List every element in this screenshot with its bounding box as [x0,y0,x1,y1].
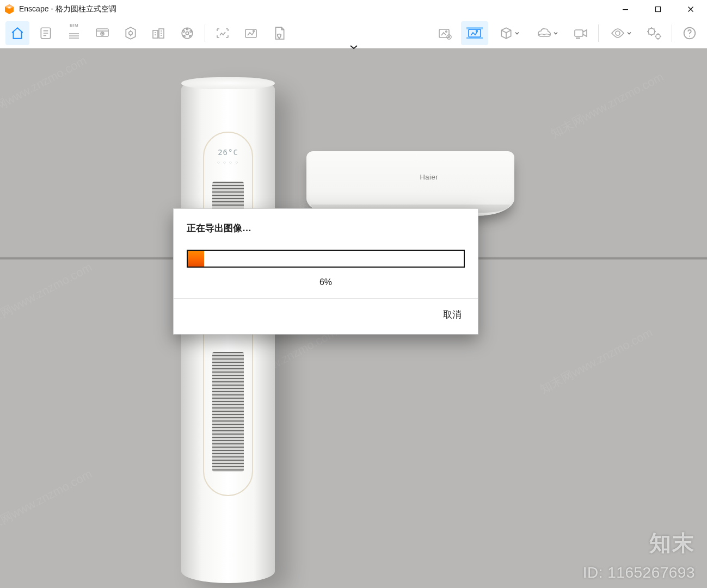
minimize-button[interactable] [609,0,642,18]
help-button[interactable] [678,21,702,45]
wall-ac-brand: Haier [420,173,438,181]
export-alpha-button[interactable] [267,21,291,45]
svg-rect-23 [469,29,481,37]
panel-button[interactable] [34,21,58,45]
svg-point-13 [189,35,191,36]
svg-point-6 [129,31,133,35]
cloud-dropdown[interactable] [531,21,564,45]
settings-button[interactable] [642,21,666,45]
export-dialog: 正在导出图像… 6% 取消 [173,208,478,335]
svg-point-28 [656,34,660,39]
cancel-button[interactable]: 取消 [440,306,465,323]
watermark-id: ID: 1165267693 [583,564,695,581]
watermark-logo: 知末 [649,528,695,558]
tower-mode-indicator: ○ ○ ○ ○ [211,160,245,165]
bim-button[interactable]: BIM [62,21,86,45]
toolbar-expand-chevron[interactable] [349,44,359,52]
svg-rect-7 [153,30,158,38]
site-context-button[interactable] [147,21,171,45]
visual-settings-dropdown[interactable] [604,21,638,45]
upload-button[interactable] [433,21,457,45]
svg-point-11 [186,28,188,29]
progress-fill [188,251,204,267]
render-quality-dropdown[interactable] [493,21,526,45]
title-sep: - [48,4,55,13]
app-icon [3,3,15,15]
toolbar-separator [672,24,672,42]
progress-percent: 6% [187,277,465,287]
progress-bar [187,250,465,268]
home-button[interactable] [5,21,29,45]
close-button[interactable] [674,0,707,18]
svg-point-12 [190,30,192,32]
svg-point-30 [689,35,690,36]
toolbar: BIM [0,18,707,48]
maximize-button[interactable] [642,0,674,18]
toolbar-separator [598,24,599,42]
document-title: 格力圆柱立式空调 [56,4,116,13]
svg-rect-25 [575,30,583,36]
view-tracking-button[interactable] [90,21,114,45]
svg-point-10 [186,32,188,34]
svg-point-14 [183,35,185,36]
svg-point-19 [446,30,447,32]
chevron-down-icon [553,30,558,36]
batch-render-button[interactable] [239,21,263,45]
svg-point-5 [102,33,103,34]
chevron-down-icon [514,30,520,36]
svg-point-24 [476,30,478,32]
tower-vent-lower [212,352,244,472]
dialog-title: 正在导出图像… [187,222,465,234]
svg-point-26 [616,31,620,35]
window-controls [609,0,707,18]
chevron-down-icon [626,30,632,36]
toolbar-separator [205,24,205,42]
svg-point-17 [253,30,255,32]
svg-point-15 [183,30,185,32]
titlebar: Enscape - 格力圆柱立式空调 [0,0,707,18]
asset-library-button[interactable] [119,21,143,45]
window-title: Enscape - 格力圆柱立式空调 [19,4,116,14]
tower-display: 26°C ○ ○ ○ ○ [211,148,245,165]
wall-ac-unit: Haier [306,151,514,216]
svg-rect-1 [656,7,661,11]
tower-temperature: 26°C [211,148,245,157]
svg-rect-0 [623,9,628,10]
image-tool-button[interactable] [461,21,488,45]
material-editor-button[interactable] [175,21,199,45]
screenshot-button[interactable] [211,21,235,45]
app-name: Enscape [19,4,48,13]
bim-label: BIM [70,23,78,28]
video-path-button[interactable] [569,21,593,45]
